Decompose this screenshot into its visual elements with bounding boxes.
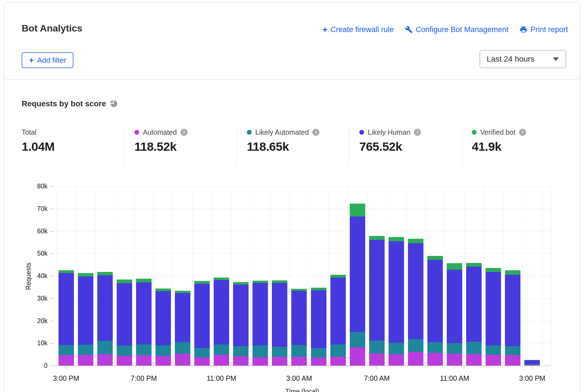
bar-segment-automated[interactable]: [214, 355, 229, 366]
bar-segment-likely-human[interactable]: [58, 273, 74, 345]
bar-segment-verified-bot[interactable]: [136, 279, 152, 282]
bar-segment-automated[interactable]: [155, 356, 171, 366]
bar-2-00-am-11[interactable]: [272, 280, 287, 366]
bar-segment-verified-bot[interactable]: [97, 272, 113, 275]
bar-segment-verified-bot[interactable]: [155, 289, 171, 291]
bar-segment-likely-human[interactable]: [252, 283, 268, 346]
bar-segment-likely-automated[interactable]: [136, 344, 152, 355]
create-firewall-rule-link[interactable]: + Create firewall rule: [322, 25, 394, 34]
bar-segment-likely-human[interactable]: [272, 283, 287, 347]
bar-segment-likely-human[interactable]: [136, 282, 152, 344]
bar-10-00-am-19[interactable]: [427, 256, 443, 366]
configure-bot-management-link[interactable]: Configure Bot Management: [405, 25, 508, 34]
bar-segment-likely-human[interactable]: [427, 260, 443, 342]
bar-segment-likely-automated[interactable]: [291, 345, 307, 357]
bar-segment-automated[interactable]: [175, 354, 190, 366]
bar-9-00-am-18[interactable]: [408, 239, 423, 366]
bar-segment-automated[interactable]: [272, 357, 287, 366]
bar-segment-likely-automated[interactable]: [505, 346, 520, 355]
bar-segment-likely-automated[interactable]: [155, 345, 171, 356]
bar-segment-verified-bot[interactable]: [272, 280, 287, 283]
bar-segment-likely-human[interactable]: [194, 284, 210, 348]
bar-segment-verified-bot[interactable]: [350, 204, 365, 216]
bar-segment-automated[interactable]: [252, 357, 268, 366]
bar-segment-verified-bot[interactable]: [175, 291, 190, 293]
bar-segment-automated[interactable]: [136, 355, 152, 366]
bar-segment-likely-human[interactable]: [117, 283, 132, 346]
bar-segment-automated[interactable]: [369, 353, 385, 366]
bar-4-00-am-13[interactable]: [311, 288, 326, 366]
bar-segment-automated[interactable]: [427, 353, 443, 366]
bar-segment-verified-bot[interactable]: [58, 270, 74, 273]
bar-segment-likely-human[interactable]: [389, 241, 404, 343]
bar-5-00-am-14[interactable]: [330, 275, 346, 366]
bar-segment-likely-human[interactable]: [78, 276, 93, 345]
bar-8-00-pm-5[interactable]: [155, 289, 171, 366]
bar-segment-likely-automated[interactable]: [524, 364, 540, 365]
bar-segment-likely-human[interactable]: [350, 217, 365, 332]
bar-9-00-pm-6[interactable]: [175, 291, 190, 366]
bar-segment-likely-human[interactable]: [330, 278, 346, 344]
bar-6-00-am-15[interactable]: [350, 204, 365, 366]
bar-segment-verified-bot[interactable]: [486, 268, 501, 272]
bar-segment-likely-automated[interactable]: [447, 343, 462, 353]
bar-segment-likely-automated[interactable]: [78, 345, 93, 355]
bar-segment-likely-automated[interactable]: [272, 347, 287, 357]
bar-segment-automated[interactable]: [291, 357, 307, 366]
bar-segment-likely-human[interactable]: [369, 240, 385, 341]
bar-4-00-pm-1[interactable]: [78, 273, 93, 366]
bar-segment-verified-bot[interactable]: [330, 275, 346, 278]
bar-segment-likely-human[interactable]: [214, 280, 229, 344]
bar-segment-likely-human[interactable]: [291, 291, 307, 345]
bar-12-00-pm-21[interactable]: [466, 263, 482, 366]
bar-segment-verified-bot[interactable]: [427, 256, 443, 260]
bar-segment-verified-bot[interactable]: [117, 280, 132, 283]
bar-segment-verified-bot[interactable]: [408, 239, 423, 243]
bar-segment-verified-bot[interactable]: [369, 236, 385, 240]
bar-segment-automated[interactable]: [58, 355, 74, 366]
bar-segment-likely-human[interactable]: [233, 285, 249, 346]
bar-1-00-pm-22[interactable]: [486, 268, 501, 366]
bar-segment-likely-human[interactable]: [505, 275, 520, 346]
bar-segment-automated[interactable]: [505, 355, 520, 366]
bar-segment-automated[interactable]: [311, 358, 326, 366]
bar-segment-likely-automated[interactable]: [311, 348, 326, 358]
time-range-dropdown[interactable]: Last 24 hours: [480, 50, 566, 68]
bar-segment-verified-bot[interactable]: [311, 288, 326, 290]
add-filter-button[interactable]: + Add filter: [22, 52, 73, 68]
bar-segment-likely-human[interactable]: [447, 270, 462, 343]
bar-segment-likely-human[interactable]: [524, 360, 540, 364]
bar-6-00-pm-3[interactable]: [117, 280, 132, 366]
bar-segment-likely-automated[interactable]: [97, 341, 113, 354]
bar-5-00-pm-2[interactable]: [97, 272, 113, 366]
bar-segment-automated[interactable]: [466, 354, 482, 366]
bar-3-00-pm-24[interactable]: [524, 360, 540, 366]
bar-segment-automated[interactable]: [233, 356, 249, 366]
bar-segment-likely-automated[interactable]: [233, 346, 249, 357]
bar-segment-verified-bot[interactable]: [233, 282, 249, 285]
bar-segment-likely-human[interactable]: [97, 275, 113, 341]
bar-segment-likely-automated[interactable]: [175, 342, 190, 353]
bar-segment-likely-automated[interactable]: [194, 348, 210, 357]
info-icon[interactable]: i: [181, 129, 188, 136]
bar-segment-likely-human[interactable]: [466, 267, 482, 341]
bar-segment-verified-bot[interactable]: [389, 237, 404, 241]
bar-segment-likely-automated[interactable]: [252, 345, 268, 357]
print-report-link[interactable]: Print report: [520, 25, 568, 34]
bar-3-00-pm-0[interactable]: [58, 270, 74, 366]
bar-segment-likely-automated[interactable]: [58, 345, 74, 355]
info-icon[interactable]: i: [519, 129, 526, 136]
bar-segment-likely-human[interactable]: [311, 290, 326, 348]
bar-segment-verified-bot[interactable]: [291, 289, 307, 291]
bar-segment-verified-bot[interactable]: [252, 281, 268, 283]
bar-11-00-am-20[interactable]: [447, 263, 462, 366]
bar-3-00-am-12[interactable]: [291, 289, 307, 366]
bar-segment-likely-automated[interactable]: [214, 344, 229, 355]
bar-segment-likely-automated[interactable]: [330, 344, 346, 357]
bar-segment-likely-automated[interactable]: [389, 343, 404, 354]
bar-7-00-am-16[interactable]: [369, 236, 385, 366]
bar-segment-automated[interactable]: [447, 354, 462, 366]
bar-segment-verified-bot[interactable]: [466, 263, 482, 267]
info-icon[interactable]: i: [312, 129, 319, 136]
bar-segment-automated[interactable]: [524, 365, 540, 366]
